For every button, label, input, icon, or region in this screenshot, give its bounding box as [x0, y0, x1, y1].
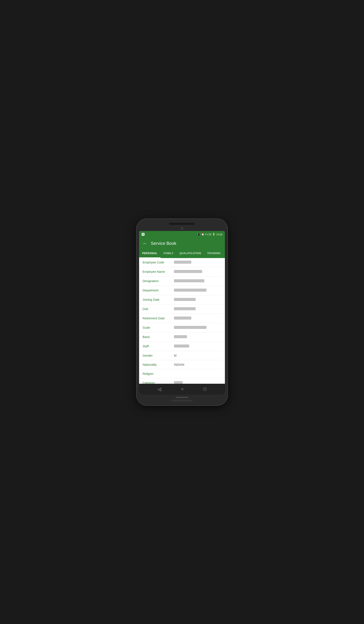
label-basic: Basic [143, 335, 174, 339]
label-category: Category [143, 381, 174, 384]
value-designation [174, 279, 221, 283]
label-nationality: Nationality [143, 363, 174, 366]
phone-camera [181, 227, 183, 230]
value-employee-name [174, 270, 221, 274]
tab-training[interactable]: TRAINING [204, 249, 224, 258]
field-staff: Staff [139, 342, 225, 351]
phone-device: N 📳 ⏰ ▾ LTE 🔋 14:26 ← Service Book PERSO… [136, 219, 228, 405]
value-department [174, 289, 221, 292]
redacted-designation [174, 279, 204, 282]
redacted-staff [174, 344, 189, 348]
redacted-employee-name [174, 270, 202, 273]
field-nationality: Nationality INDIAN [139, 360, 225, 369]
tab-family[interactable]: FAMILY [160, 249, 177, 258]
value-gender: M [174, 354, 221, 357]
wifi-icon: ▾ [205, 233, 207, 236]
nav-bar: ◁ ○ □ [139, 384, 225, 394]
value-nationality: INDIAN [174, 363, 221, 366]
content-area: Employee Code Employee Name Designation … [139, 258, 225, 384]
field-religion: Religion [139, 369, 225, 378]
redacted-basic [174, 335, 187, 338]
status-right: 📳 ⏰ ▾ LTE 🔋 14:26 [197, 233, 222, 236]
redacted-employee-code [174, 261, 191, 264]
app-bar: ← Service Book [139, 238, 225, 249]
redacted-scale [174, 326, 207, 329]
label-staff: Staff [143, 344, 174, 348]
value-retirement-date [174, 316, 221, 320]
field-dob: Dob [139, 305, 225, 314]
nav-back-button[interactable]: ◁ [158, 387, 161, 392]
label-scale: Scale [143, 326, 174, 329]
phone-bottom-bar [176, 397, 188, 398]
label-employee-code: Employee Code [143, 261, 174, 264]
status-bar: N 📳 ⏰ ▾ LTE 🔋 14:26 [139, 231, 225, 238]
field-category: Category [139, 379, 225, 384]
app-bar-title: Service Book [151, 241, 176, 246]
back-button[interactable]: ← [143, 241, 147, 246]
phone-bottom-speaker [171, 400, 193, 401]
phone-screen: N 📳 ⏰ ▾ LTE 🔋 14:26 ← Service Book PERSO… [139, 231, 225, 394]
phone-speaker [169, 223, 195, 225]
label-religion: Religion [143, 372, 174, 375]
field-employee-name: Employee Name [139, 267, 225, 276]
value-joining-date [174, 298, 221, 302]
redacted-category [174, 381, 183, 384]
value-category [174, 381, 221, 384]
value-dob [174, 307, 221, 311]
tab-qualification[interactable]: QUALIFICATION [177, 249, 204, 258]
redacted-joining-date [174, 298, 196, 301]
field-gender: Gender M [139, 351, 225, 360]
alarm-icon: ⏰ [201, 233, 204, 236]
label-gender: Gender [143, 354, 174, 357]
label-designation: Designation [143, 279, 174, 283]
signal-icon: LTE [207, 233, 211, 236]
field-department: Department [139, 286, 225, 295]
field-basic: Basic [139, 333, 225, 342]
tabs-bar: PERSONAL FAMILY QUALIFICATION TRAINING P… [139, 249, 225, 258]
value-staff [174, 344, 221, 348]
field-designation: Designation [139, 277, 225, 286]
battery-icon: 🔋 [212, 233, 215, 236]
nav-recents-button[interactable]: □ [204, 387, 206, 391]
redacted-dob [174, 307, 196, 310]
label-employee-name: Employee Name [143, 270, 174, 273]
label-department: Department [143, 289, 174, 292]
field-scale: Scale [139, 323, 225, 332]
label-retirement-date: Retirement Date [143, 316, 174, 320]
time-display: 14:26 [216, 233, 222, 236]
nav-home-button[interactable]: ○ [181, 387, 183, 391]
tab-personal[interactable]: PERSONAL [139, 249, 160, 258]
field-retirement-date: Retirement Date [139, 314, 225, 323]
status-left: N [142, 233, 145, 236]
field-employee-code: Employee Code [139, 258, 225, 267]
redacted-department [174, 289, 207, 292]
redacted-retirement-date [174, 316, 191, 320]
vibrate-icon: 📳 [197, 233, 200, 236]
label-joining-date: Joining Date [143, 298, 174, 301]
label-dob: Dob [143, 307, 174, 311]
value-basic [174, 335, 221, 339]
n-logo: N [142, 233, 145, 236]
value-employee-code [174, 261, 221, 264]
tab-pr[interactable]: PR [224, 249, 225, 258]
value-scale [174, 326, 221, 330]
field-joining-date: Joining Date [139, 295, 225, 304]
